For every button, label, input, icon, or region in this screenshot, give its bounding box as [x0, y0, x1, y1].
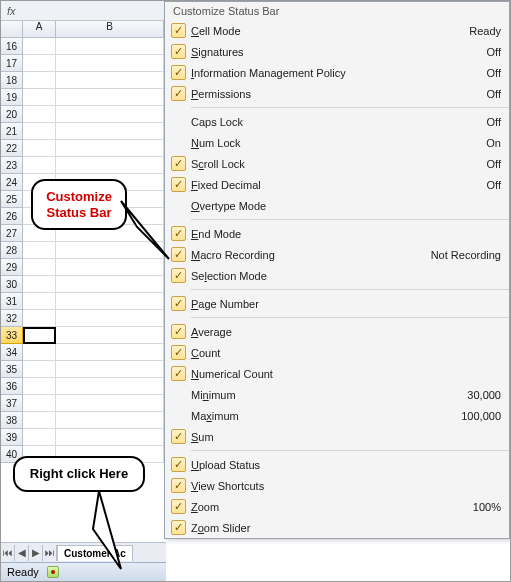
menu-item[interactable]: ✓Count — [165, 342, 509, 363]
menu-item[interactable]: Num LockOn — [165, 132, 509, 153]
menu-item[interactable]: ✓Page Number — [165, 293, 509, 314]
cell[interactable] — [56, 412, 164, 429]
grid-row[interactable] — [23, 412, 164, 429]
grid-row[interactable] — [23, 38, 164, 55]
row-header[interactable]: 36 — [1, 378, 23, 395]
customize-status-bar-menu[interactable]: Customize Status Bar ✓Cell ModeReady✓Sig… — [164, 1, 510, 539]
grid-row[interactable] — [23, 378, 164, 395]
grid-row[interactable] — [23, 429, 164, 446]
row-header[interactable]: 17 — [1, 55, 23, 72]
grid-row[interactable] — [23, 55, 164, 72]
cell[interactable] — [23, 276, 56, 293]
tab-nav-next-icon[interactable]: ▶ — [29, 545, 43, 561]
cell[interactable] — [23, 327, 56, 344]
row-header[interactable]: 25 — [1, 191, 23, 208]
menu-item[interactable]: ✓Macro RecordingNot Recording — [165, 244, 509, 265]
cell[interactable] — [23, 378, 56, 395]
fx-icon[interactable]: fx — [7, 5, 16, 17]
menu-item[interactable]: ✓Upload Status — [165, 454, 509, 475]
menu-item[interactable]: ✓Information Management PolicyOff — [165, 62, 509, 83]
row-header[interactable]: 20 — [1, 106, 23, 123]
grid-row[interactable] — [23, 157, 164, 174]
cell[interactable] — [23, 361, 56, 378]
menu-item[interactable]: ✓Cell ModeReady — [165, 20, 509, 41]
grid-row[interactable] — [23, 361, 164, 378]
cell[interactable] — [23, 259, 56, 276]
cell[interactable] — [23, 106, 56, 123]
menu-item[interactable]: ✓Scroll LockOff — [165, 153, 509, 174]
row-header[interactable]: 35 — [1, 361, 23, 378]
cell[interactable] — [56, 89, 164, 106]
row-header[interactable]: 32 — [1, 310, 23, 327]
grid-row[interactable] — [23, 106, 164, 123]
cell[interactable] — [56, 140, 164, 157]
row-header[interactable]: 39 — [1, 429, 23, 446]
cell[interactable] — [23, 38, 56, 55]
grid-row[interactable] — [23, 310, 164, 327]
tab-nav-prev-icon[interactable]: ◀ — [15, 545, 29, 561]
row-header[interactable]: 24 — [1, 174, 23, 191]
cell[interactable] — [23, 157, 56, 174]
grid-row[interactable] — [23, 140, 164, 157]
menu-item[interactable]: Minimum30,000 — [165, 384, 509, 405]
row-header[interactable]: 16 — [1, 38, 23, 55]
grid-row[interactable] — [23, 123, 164, 140]
menu-item[interactable]: ✓PermissionsOff — [165, 83, 509, 104]
cell[interactable] — [56, 293, 164, 310]
col-header-b[interactable]: B — [56, 21, 164, 38]
cell[interactable] — [23, 310, 56, 327]
menu-item[interactable]: ✓SignaturesOff — [165, 41, 509, 62]
menu-item[interactable]: Maximum100,000 — [165, 405, 509, 426]
cell[interactable] — [23, 429, 56, 446]
tab-nav-first-icon[interactable]: ⏮ — [1, 545, 15, 561]
grid-row[interactable] — [23, 89, 164, 106]
cell[interactable] — [56, 344, 164, 361]
menu-item[interactable]: ✓Sum — [165, 426, 509, 447]
row-header[interactable]: 28 — [1, 242, 23, 259]
menu-item[interactable]: Overtype Mode — [165, 195, 509, 216]
grid-row[interactable] — [23, 327, 164, 344]
row-header[interactable]: 21 — [1, 123, 23, 140]
cell[interactable] — [23, 55, 56, 72]
row-header[interactable]: 22 — [1, 140, 23, 157]
row-header[interactable]: 38 — [1, 412, 23, 429]
cell[interactable] — [56, 38, 164, 55]
cell[interactable] — [23, 395, 56, 412]
row-header[interactable]: 27 — [1, 225, 23, 242]
menu-item[interactable]: Caps LockOff — [165, 111, 509, 132]
menu-item[interactable]: ✓Zoom100% — [165, 496, 509, 517]
grid-row[interactable] — [23, 395, 164, 412]
cell[interactable] — [56, 72, 164, 89]
row-header[interactable]: 19 — [1, 89, 23, 106]
cell[interactable] — [23, 140, 56, 157]
cell[interactable] — [23, 242, 56, 259]
cell[interactable] — [23, 412, 56, 429]
cell[interactable] — [56, 106, 164, 123]
cell[interactable] — [56, 310, 164, 327]
menu-item[interactable]: ✓End Mode — [165, 223, 509, 244]
menu-item[interactable]: ✓Selection Mode — [165, 265, 509, 286]
cell[interactable] — [56, 429, 164, 446]
cell[interactable] — [23, 123, 56, 140]
grid-row[interactable] — [23, 293, 164, 310]
cell[interactable] — [56, 361, 164, 378]
cell[interactable] — [23, 293, 56, 310]
col-header-a[interactable]: A — [23, 21, 56, 38]
row-header[interactable]: 23 — [1, 157, 23, 174]
cell[interactable] — [56, 378, 164, 395]
cell[interactable] — [56, 55, 164, 72]
row-header[interactable]: 37 — [1, 395, 23, 412]
row-header[interactable]: 34 — [1, 344, 23, 361]
menu-item[interactable]: ✓Numerical Count — [165, 363, 509, 384]
cell[interactable] — [23, 344, 56, 361]
cell[interactable] — [23, 89, 56, 106]
cell[interactable] — [56, 157, 164, 174]
row-header[interactable]: 30 — [1, 276, 23, 293]
row-header[interactable]: 26 — [1, 208, 23, 225]
cell[interactable] — [56, 395, 164, 412]
grid-row[interactable] — [23, 344, 164, 361]
menu-item[interactable]: ✓Average — [165, 321, 509, 342]
cell[interactable] — [56, 327, 164, 344]
cell[interactable] — [23, 72, 56, 89]
tab-nav-last-icon[interactable]: ⏭ — [43, 545, 57, 561]
